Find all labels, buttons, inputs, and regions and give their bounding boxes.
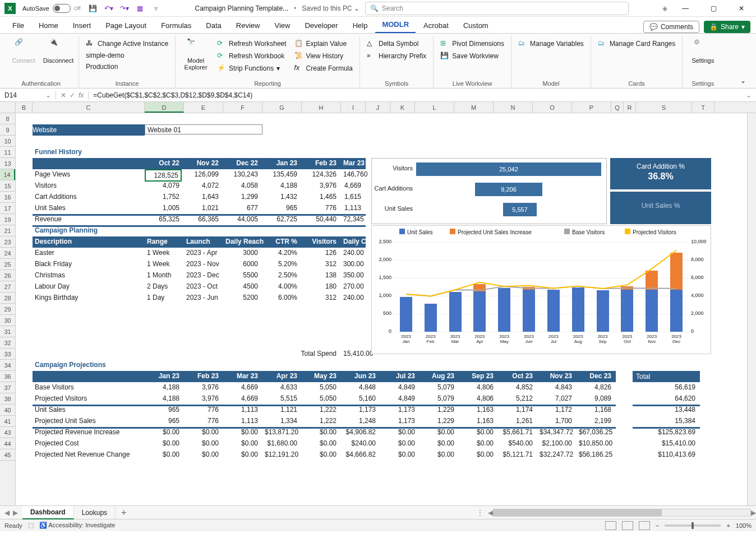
proj-cell[interactable]: $32,247.72 xyxy=(537,449,574,459)
proj-cell[interactable]: 7,027 xyxy=(537,393,574,403)
disconnect-button[interactable]: 🔌Disconnect xyxy=(43,36,74,64)
campaign-launch[interactable]: 2023 - Oct xyxy=(184,281,220,291)
campaign-range[interactable]: 1 Month xyxy=(145,270,173,280)
campaign-range[interactable]: 2 Days xyxy=(145,281,170,291)
row-header-45[interactable]: 45 xyxy=(0,449,15,461)
campaign-range[interactable]: 1 Week xyxy=(145,248,172,258)
campaign-launch[interactable]: 2023 - Jun xyxy=(184,292,220,303)
campaign-reach[interactable]: 6000 xyxy=(223,259,260,269)
campaign-reach[interactable]: 5200 xyxy=(223,292,260,303)
row-header-19[interactable]: 19 xyxy=(0,214,15,225)
horizontal-scrollbar[interactable] xyxy=(493,509,751,517)
row-header-9[interactable]: 9 xyxy=(0,124,15,136)
proj-cell[interactable]: $12,191.20 xyxy=(262,449,299,459)
row-header-36[interactable]: 36 xyxy=(0,371,15,382)
proj-cell[interactable]: 1,229 xyxy=(420,416,457,426)
campaign-cost[interactable]: 270.00 xyxy=(341,281,363,291)
zoom-level[interactable]: 100% xyxy=(736,522,752,529)
funnel-cell[interactable]: 965 xyxy=(262,203,299,213)
instance-simple[interactable]: simple-demo xyxy=(84,50,170,61)
sheet-tab-lookups[interactable]: Lookups xyxy=(74,507,116,519)
change-instance-button[interactable]: 🖧Change Active Instance xyxy=(84,38,170,49)
chevron-down-icon[interactable]: ⌄ xyxy=(45,91,51,99)
row-header-41[interactable]: 41 xyxy=(0,416,15,427)
tab-help[interactable]: Help xyxy=(346,18,375,33)
column-header-D[interactable]: D xyxy=(145,102,184,113)
autosave-toggle[interactable]: AutoSave Off xyxy=(22,4,81,13)
diamond-icon[interactable]: ◈ xyxy=(662,4,667,12)
worksheet-grid[interactable]: WebsiteWebsite 01Funnel HistoryOct 22Nov… xyxy=(16,113,756,505)
row-header-28[interactable]: 28 xyxy=(0,292,15,304)
row-header-30[interactable]: 30 xyxy=(0,315,15,326)
funnel-cell[interactable]: 4,079 xyxy=(145,180,182,191)
proj-cell[interactable]: $0.00 xyxy=(223,449,260,459)
proj-cell[interactable]: 5,050 xyxy=(302,382,339,392)
tab-review[interactable]: Review xyxy=(229,18,267,33)
refresh-workbook-button[interactable]: ⟳Refresh Workbook xyxy=(215,50,289,62)
proj-cell[interactable]: 776 xyxy=(184,416,221,426)
row-header-31[interactable]: 31 xyxy=(0,326,15,337)
proj-cell[interactable]: 5,515 xyxy=(262,393,299,403)
vertical-scrollbar[interactable] xyxy=(747,113,756,505)
proj-cell[interactable]: 1,700 xyxy=(537,416,574,426)
tab-insert[interactable]: Insert xyxy=(66,18,98,33)
proj-cell[interactable]: 4,633 xyxy=(262,382,299,392)
proj-cell[interactable]: 1,248 xyxy=(341,416,378,426)
campaign-reach[interactable]: 4500 xyxy=(223,281,260,291)
column-header-I[interactable]: I xyxy=(341,102,366,113)
funnel-cell[interactable]: 4,072 xyxy=(184,180,221,191)
funnel-cell[interactable]: 146,760 xyxy=(341,169,363,179)
proj-cell[interactable]: 4,806 xyxy=(459,382,496,392)
proj-cell[interactable]: 5,079 xyxy=(420,382,457,392)
row-header-34[interactable]: 34 xyxy=(0,360,15,371)
funnel-cell[interactable]: 1,432 xyxy=(262,192,299,202)
column-header-O[interactable]: O xyxy=(533,102,572,113)
campaign-launch[interactable]: 2023 - Apr xyxy=(184,248,219,258)
campaign-ctr[interactable]: 5.20% xyxy=(262,259,299,269)
share-button[interactable]: 🔒Share▾ xyxy=(704,21,750,33)
campaign-visitors[interactable]: 312 xyxy=(302,259,339,269)
campaign-cost[interactable]: 240.00 xyxy=(341,248,363,258)
proj-cell[interactable]: 4,849 xyxy=(380,382,417,392)
comments-button[interactable]: 💬Comments xyxy=(643,21,699,33)
prev-sheet-icon[interactable]: ◀ xyxy=(4,509,10,517)
close-button[interactable]: ✕ xyxy=(731,1,752,16)
funnel-cell[interactable]: 4,669 xyxy=(341,180,363,191)
row-header-14[interactable]: 14 xyxy=(0,169,15,180)
proj-cell[interactable]: 5,079 xyxy=(420,393,457,403)
proj-total-cell[interactable]: $110,413.69 xyxy=(633,449,698,459)
proj-cell[interactable]: $0.00 xyxy=(184,438,221,448)
save-workview-button[interactable]: 💾Save Workview xyxy=(438,50,506,62)
campaign-launch[interactable]: 2023 - Nov xyxy=(184,259,222,269)
proj-cell[interactable]: $0.00 xyxy=(145,438,182,448)
manage-variables-button[interactable]: 🗂Manage Variables xyxy=(516,38,586,49)
delta-symbol-button[interactable]: △Delta Symbol xyxy=(365,38,428,49)
save-status[interactable]: Saved to this PC ⌄ xyxy=(302,4,359,12)
proj-cell[interactable]: 5,212 xyxy=(498,393,535,403)
funnel-cell[interactable]: 677 xyxy=(223,203,260,213)
funnel-cell[interactable]: 776 xyxy=(302,203,339,213)
funnel-cell[interactable]: 135,459 xyxy=(262,169,299,179)
proj-cell[interactable]: 4,826 xyxy=(577,382,614,392)
create-formula-button[interactable]: fxCreate Formula xyxy=(292,63,355,74)
model-explorer-button[interactable]: 🔭Model Explorer xyxy=(180,36,211,71)
tab-custom[interactable]: Custom xyxy=(457,18,495,33)
refresh-worksheet-button[interactable]: ⟳Refresh Worksheet xyxy=(215,38,289,49)
row-header-33[interactable]: 33 xyxy=(0,349,15,360)
campaign-cost[interactable]: 300.00 xyxy=(341,259,363,269)
funnel-cell[interactable]: 1,299 xyxy=(223,192,260,202)
campaign-cost[interactable]: 350.00 xyxy=(341,270,363,280)
hierarchy-prefix-button[interactable]: »Hierarchy Prefix xyxy=(365,50,428,62)
proj-cell[interactable]: $0.00 xyxy=(420,449,457,459)
row-header-32[interactable]: 32 xyxy=(0,337,15,349)
campaign-ctr[interactable]: 2.50% xyxy=(262,270,299,280)
column-header-B[interactable]: B xyxy=(16,102,33,113)
row-header-15[interactable]: 15 xyxy=(0,180,15,192)
campaign-cost[interactable]: 240.00 xyxy=(341,292,363,303)
funnel-cell[interactable]: 1,752 xyxy=(145,192,182,202)
campaign-desc[interactable]: Christmas xyxy=(33,270,67,280)
campaign-range[interactable]: 1 Week xyxy=(145,259,172,269)
row-header-27[interactable]: 27 xyxy=(0,281,15,292)
proj-cell[interactable]: 4,669 xyxy=(223,382,260,392)
column-header-M[interactable]: M xyxy=(454,102,494,113)
